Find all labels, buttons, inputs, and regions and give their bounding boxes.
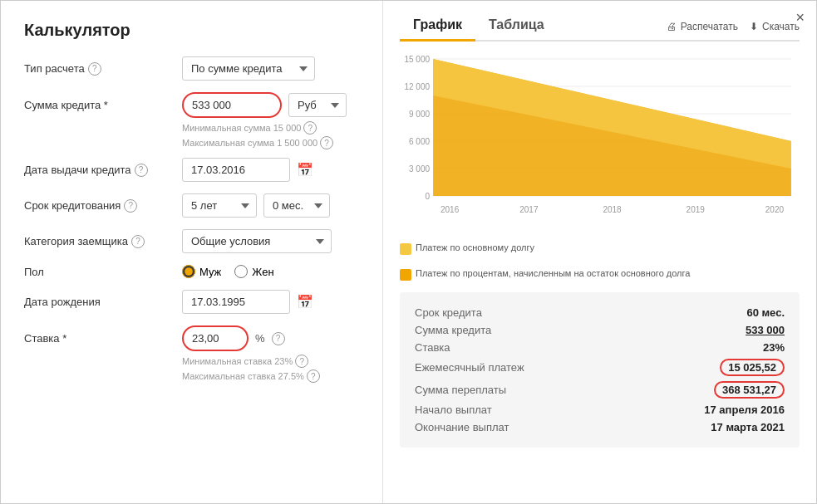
borrower-cat-select[interactable]: Общие условия <box>182 229 332 253</box>
tab-graph[interactable]: График <box>400 12 475 42</box>
summary-row-3: Ежемесячный платеж 15 025,52 <box>415 356 785 379</box>
issue-date-input[interactable] <box>182 158 290 182</box>
max-sum-hint: Максимальная сумма 1 500 000 ? <box>182 136 359 149</box>
calculator-modal: Калькулятор Тип расчета ? По сумме креди… <box>0 0 817 504</box>
print-button[interactable]: 🖨 Распечатать <box>667 21 738 32</box>
svg-text:2019: 2019 <box>687 203 705 214</box>
legend-interest-color <box>400 269 411 281</box>
legend-principal-color <box>400 243 411 255</box>
tab-table[interactable]: Таблица <box>475 12 558 42</box>
issue-date-help-icon[interactable]: ? <box>135 164 148 177</box>
svg-text:15 000: 15 000 <box>404 54 430 65</box>
tab-actions: 🖨 Распечатать ⬇ Скачать <box>667 21 800 32</box>
credit-sum-input[interactable] <box>182 92 282 118</box>
left-panel: Калькулятор Тип расчета ? По сумме креди… <box>1 1 383 503</box>
birthdate-controls: 📅 <box>182 290 359 314</box>
gender-female-radio[interactable] <box>234 265 248 278</box>
svg-text:0: 0 <box>425 191 430 202</box>
svg-text:12 000: 12 000 <box>404 81 430 92</box>
sum-hints: Минимальная сумма 15 000 ? Максимальная … <box>182 121 359 149</box>
legend-interest: Платеж по процентам, начисленным на оста… <box>400 268 690 281</box>
print-icon: 🖨 <box>667 21 677 32</box>
summary-row-2: Ставка 23% <box>415 339 785 356</box>
modal-close-button[interactable]: × <box>795 9 805 27</box>
calc-type-controls: По сумме кредита <box>182 56 359 81</box>
credit-sum-row: Сумма кредита * Руб <box>24 92 359 118</box>
birthdate-input[interactable] <box>182 290 290 314</box>
download-button[interactable]: ⬇ Скачать <box>750 21 800 32</box>
svg-text:2020: 2020 <box>765 203 784 214</box>
min-sum-help-icon[interactable]: ? <box>303 121 317 135</box>
gender-row: Пол Муж Жен <box>24 265 359 278</box>
svg-text:2018: 2018 <box>603 203 621 214</box>
rate-controls: % ? <box>182 325 359 351</box>
gender-label: Пол <box>24 266 174 278</box>
svg-text:2017: 2017 <box>519 203 538 214</box>
chart-svg: 15 000 12 000 9 000 6 000 3 000 0 2016 <box>400 50 800 232</box>
borrower-cat-row: Категория заемщика ? Общие условия <box>24 229 359 253</box>
credit-term-help-icon[interactable]: ? <box>124 199 137 213</box>
max-rate-help-icon[interactable]: ? <box>307 369 320 383</box>
gender-male-label[interactable]: Муж <box>182 265 221 278</box>
max-sum-help-icon[interactable]: ? <box>320 136 333 149</box>
gender-female-label[interactable]: Жен <box>234 265 273 278</box>
min-sum-hint: Минимальная сумма 15 000 ? <box>182 121 359 135</box>
credit-term-controls: 5 лет 0 мес. <box>182 193 359 218</box>
download-icon: ⬇ <box>750 21 758 32</box>
borrower-cat-help-icon[interactable]: ? <box>131 235 145 248</box>
rate-hints: Минимальная ставка 23% ? Максимальная ст… <box>182 355 359 383</box>
rate-row: Ставка * % ? <box>24 325 359 351</box>
issue-date-calendar-icon[interactable]: 📅 <box>297 162 313 178</box>
issue-date-label: Дата выдачи кредита ? <box>24 164 174 177</box>
calc-type-select[interactable]: По сумме кредита <box>182 56 315 81</box>
panel-title: Калькулятор <box>24 21 359 40</box>
calc-type-help-icon[interactable]: ? <box>88 62 101 76</box>
birthdate-label: Дата рождения <box>24 296 174 308</box>
gender-controls: Муж Жен <box>182 265 359 278</box>
max-rate-hint: Максимальная ставка 27.5% ? <box>182 369 359 383</box>
birthdate-row: Дата рождения 📅 <box>24 290 359 314</box>
rate-input[interactable] <box>182 325 249 351</box>
min-rate-help-icon[interactable]: ? <box>295 355 308 368</box>
legend-principal: Платеж по основному долгу <box>400 242 534 255</box>
right-panel: × График Таблица 🖨 Распечатать ⬇ Скачать… <box>383 1 816 503</box>
svg-text:3 000: 3 000 <box>409 164 430 174</box>
chart-area: 15 000 12 000 9 000 6 000 3 000 0 2016 <box>400 50 800 232</box>
summary-row-4: Сумма переплаты 368 531,27 <box>415 379 785 401</box>
credit-term-months-select[interactable]: 0 мес. <box>263 193 330 218</box>
credit-term-row: Срок кредитования ? 5 лет 0 мес. <box>24 193 359 218</box>
summary-row-1: Сумма кредита 533 000 <box>415 321 785 339</box>
rate-help-icon[interactable]: ? <box>272 332 285 345</box>
calc-type-row: Тип расчета ? По сумме кредита <box>24 56 359 81</box>
issue-date-row: Дата выдачи кредита ? 📅 <box>24 158 359 182</box>
gender-male-radio[interactable] <box>182 265 195 278</box>
summary-box: Срок кредита 60 мес. Сумма кредита 533 0… <box>400 292 800 448</box>
rate-label: Ставка * <box>24 332 174 345</box>
borrower-cat-label: Категория заемщика ? <box>24 235 174 248</box>
currency-select[interactable]: Руб <box>288 93 347 117</box>
summary-row-0: Срок кредита 60 мес. <box>415 304 785 321</box>
calc-type-label: Тип расчета ? <box>24 62 174 76</box>
min-rate-hint: Минимальная ставка 23% ? <box>182 355 359 368</box>
credit-sum-label: Сумма кредита * <box>24 99 174 111</box>
summary-row-5: Начало выплат 17 апреля 2016 <box>415 401 785 418</box>
rate-percent-symbol: % <box>255 332 265 345</box>
svg-text:2016: 2016 <box>440 203 459 214</box>
chart-legend: Платеж по основному долгу Платеж по проц… <box>400 242 800 281</box>
credit-term-years-select[interactable]: 5 лет <box>182 193 257 218</box>
birthdate-calendar-icon[interactable]: 📅 <box>297 294 313 310</box>
svg-text:6 000: 6 000 <box>409 136 430 147</box>
credit-term-label: Срок кредитования ? <box>24 199 174 213</box>
credit-sum-controls: Руб <box>182 92 359 118</box>
summary-row-6: Окончание выплат 17 марта 2021 <box>415 418 785 436</box>
borrower-cat-controls: Общие условия <box>182 229 359 253</box>
svg-text:9 000: 9 000 <box>409 109 430 120</box>
tabs-bar: График Таблица 🖨 Распечатать ⬇ Скачать <box>400 12 800 42</box>
issue-date-controls: 📅 <box>182 158 359 182</box>
